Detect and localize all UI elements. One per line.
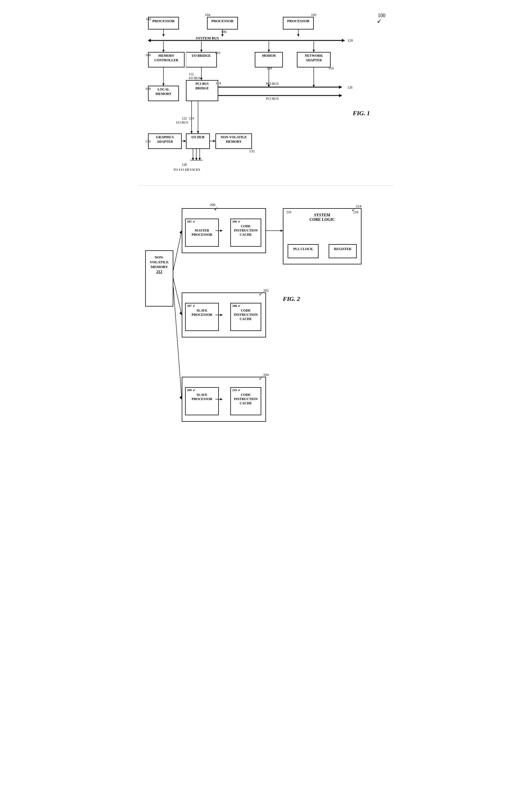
ref-216: 216 bbox=[286, 210, 291, 214]
svg-text:120: 120 bbox=[347, 38, 353, 42]
page: 100 ↙ PROCESSOR 102 PROCESSOR 104 106 PR… bbox=[139, 6, 394, 503]
master-processor-label: MASTER PROCESSOR bbox=[188, 228, 216, 237]
graphics-adapter: GRAPHICSADAPTER bbox=[148, 133, 182, 149]
pll-clock: PLL CLOCK bbox=[288, 244, 319, 258]
memory-controller: MEMORYCONTROLLER bbox=[148, 52, 185, 68]
ref-109: 109 bbox=[145, 87, 151, 91]
nv-memory-fig2-label: NON-VOLATILEMEMORY bbox=[150, 255, 169, 269]
svg-marker-59 bbox=[179, 311, 182, 315]
svg-text:126: 126 bbox=[347, 86, 353, 89]
slave-processor-2-label: SLAVE PROCESSOR bbox=[188, 393, 216, 401]
ref-210: 210 bbox=[232, 388, 237, 392]
fig1-container: 100 ↙ PROCESSOR 102 PROCESSOR 104 106 PR… bbox=[139, 6, 394, 183]
io-bridge-label: I/O BRIDGE bbox=[192, 54, 211, 58]
pci-bus-bridge: PCI BUSBRIDGE bbox=[186, 80, 218, 101]
svg-text:128: 128 bbox=[182, 163, 187, 167]
fig2-title: FIG. 2 bbox=[283, 295, 300, 303]
ref-200-arrow: ↙ bbox=[214, 206, 218, 211]
svg-marker-3 bbox=[221, 34, 224, 37]
nv-memory-fig1: NON-VOLATILEMEMORY bbox=[215, 133, 252, 149]
processor-102: PROCESSOR bbox=[148, 17, 179, 30]
slave-cache-2-label: CODE INSTRUCTION CACHE bbox=[233, 393, 259, 405]
slave-processor-2: 209 ↙ SLAVE PROCESSOR bbox=[185, 387, 219, 415]
ref-105: 105 bbox=[311, 13, 317, 17]
network-adapter: NETWORKADAPTER bbox=[297, 52, 330, 68]
svg-line-58 bbox=[173, 279, 182, 315]
fig1-svg: SYSTEM BUS 120 112 I/O BUS bbox=[145, 11, 387, 174]
ref-204-arrow: ↙ bbox=[259, 376, 262, 381]
ref-214: 214 bbox=[356, 204, 361, 208]
network-adapter-label: NETWORKADAPTER bbox=[305, 54, 323, 62]
ref-212: 212 bbox=[156, 270, 163, 274]
svg-text:PCI BUS: PCI BUS bbox=[266, 82, 279, 86]
slave-cache-1: 208 ↙ CODE INSTRUCTION CACHE bbox=[230, 303, 261, 331]
ref-208: 208 bbox=[232, 304, 237, 307]
ref-130: 130 bbox=[145, 139, 151, 144]
svg-marker-52 bbox=[198, 158, 201, 160]
svg-marker-44 bbox=[184, 140, 186, 142]
ref-104: 104 bbox=[205, 13, 210, 17]
ref-106: 106 bbox=[221, 30, 227, 34]
memory-controller-label: MEMORYCONTROLLER bbox=[154, 54, 178, 62]
svg-marker-57 bbox=[179, 231, 182, 234]
io-hub: I/O HUB bbox=[186, 133, 210, 149]
modem-label: MODEM bbox=[262, 54, 276, 58]
io-bridge: I/O BRIDGE bbox=[186, 52, 217, 68]
svg-marker-22 bbox=[200, 78, 203, 80]
ref-206: 206 bbox=[232, 220, 237, 223]
master-processor: 205 ↙ MASTER PROCESSOR bbox=[185, 219, 219, 247]
ref-116: 116 bbox=[328, 66, 334, 71]
proc-box-200: 205 ↙ MASTER PROCESSOR 206 ↙ CODE INSTRU… bbox=[182, 208, 266, 253]
register: REGISTER bbox=[329, 244, 357, 258]
svg-marker-33 bbox=[268, 85, 270, 87]
svg-marker-42 bbox=[197, 131, 199, 133]
svg-text:124: 124 bbox=[189, 116, 194, 120]
slave-processor-1-label: SLAVE PROCESSOR bbox=[188, 308, 216, 317]
nv-memory-fig2: NON-VOLATILEMEMORY 212 bbox=[145, 250, 173, 306]
svg-marker-51 bbox=[195, 158, 197, 160]
ref-132: 132 bbox=[249, 149, 255, 153]
svg-marker-5 bbox=[297, 34, 300, 37]
processor-105-label: PROCESSOR bbox=[287, 19, 309, 23]
ref-114: 114 bbox=[215, 81, 221, 86]
slave-cache-1-label: CODE INSTRUCTION CACHE bbox=[233, 308, 259, 321]
ref-118: 118 bbox=[267, 66, 272, 71]
proc-box-204: 209 ↙ SLAVE PROCESSOR 210 ↙ CODE INSTRUC… bbox=[182, 377, 266, 422]
pci-bus-bridge-label: PCI BUSBRIDGE bbox=[195, 82, 209, 90]
svg-marker-61 bbox=[179, 396, 182, 399]
processor-104-label: PROCESSOR bbox=[211, 19, 233, 23]
fig1-title: FIG. 1 bbox=[353, 110, 370, 117]
ref-202-arrow: ↙ bbox=[259, 291, 262, 297]
ref-102: 102 bbox=[146, 17, 151, 21]
svg-marker-14 bbox=[200, 50, 203, 52]
svg-text:TO I/O DEVICES: TO I/O DEVICES bbox=[173, 168, 200, 172]
ref-205-arrow: ↙ bbox=[193, 220, 195, 223]
fig1-diagram: 100 ↙ PROCESSOR 102 PROCESSOR 104 106 PR… bbox=[145, 11, 387, 174]
svg-text:PCI BUS: PCI BUS bbox=[266, 97, 279, 100]
svg-marker-7 bbox=[148, 39, 151, 42]
svg-marker-12 bbox=[163, 50, 165, 52]
io-hub-label: I/O HUB bbox=[191, 135, 204, 139]
svg-line-60 bbox=[173, 287, 182, 399]
system-core-logic: 216 218 SYSTEMCORE LOGIC PLL CLOCK REGIS… bbox=[283, 208, 361, 264]
svg-marker-29 bbox=[339, 94, 342, 97]
ref-108: 108 bbox=[145, 53, 151, 57]
ref-209: 209 bbox=[187, 388, 192, 392]
svg-marker-50 bbox=[192, 158, 194, 160]
section-divider bbox=[139, 185, 394, 186]
svg-marker-40 bbox=[190, 131, 193, 133]
system-core-label: SYSTEMCORE LOGIC bbox=[283, 209, 361, 222]
svg-text:I/O BUS: I/O BUS bbox=[189, 76, 201, 80]
svg-text:I/O BUS: I/O BUS bbox=[176, 120, 188, 125]
ref-110: 110 bbox=[215, 51, 220, 55]
svg-marker-24 bbox=[163, 83, 165, 86]
svg-marker-1 bbox=[163, 34, 165, 37]
svg-text:SYSTEM BUS: SYSTEM BUS bbox=[196, 36, 219, 40]
master-cache: 206 ↙ CODE INSTRUCTION CACHE bbox=[230, 219, 261, 247]
fig2-diagram: NON-VOLATILEMEMORY 212 205 ↙ MASTER PROC… bbox=[145, 200, 387, 495]
processor-104: PROCESSOR bbox=[207, 17, 238, 30]
nv-memory-fig1-label: NON-VOLATILEMEMORY bbox=[221, 135, 247, 144]
svg-text:122: 122 bbox=[182, 116, 187, 120]
svg-marker-26 bbox=[339, 86, 342, 89]
slave-processor-1: 207 ↙ SLAVE PROCESSOR bbox=[185, 303, 219, 331]
